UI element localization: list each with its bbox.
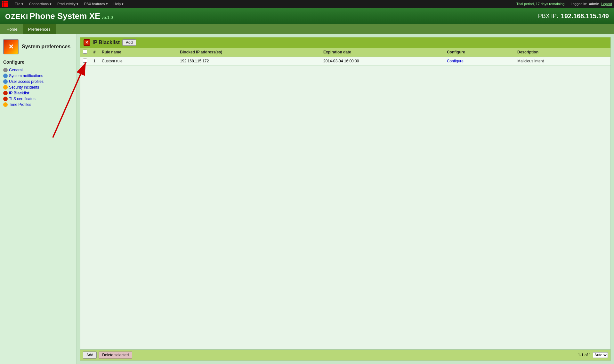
select-all-checkbox[interactable]	[83, 50, 87, 54]
ip-blacklist-panel: ✕ IP Blacklist Add # Rule name Blocked I	[80, 37, 611, 361]
general-icon	[3, 68, 8, 72]
trial-info: Trial period, 17 days remaining.	[516, 2, 566, 6]
nav-preferences[interactable]: Preferences	[23, 24, 56, 34]
per-page-select[interactable]: Auto	[593, 352, 608, 358]
menu-items: File ▾ Connections ▾ Productivity ▾ PBX …	[12, 1, 516, 7]
row-blocked-ip: 192.168.115.172	[177, 57, 321, 66]
panel-header: ✕ IP Blacklist Add	[80, 37, 610, 48]
table-row: 1 Custom rule 192.168.115.172 2014-03-04…	[80, 57, 610, 66]
menu-connections[interactable]: Connections ▾	[27, 1, 54, 7]
logout-link[interactable]: Logout	[601, 2, 612, 6]
col-num: #	[90, 48, 99, 57]
username: admin	[589, 2, 599, 6]
main-layout: ✕ System preferences Configure General S…	[0, 34, 614, 364]
panel-title: IP Blacklist	[93, 40, 120, 45]
col-description: Description	[515, 48, 610, 57]
menu-pbx-features[interactable]: PBX features ▾	[82, 1, 110, 7]
col-rule-name: Rule name	[99, 48, 177, 57]
col-checkbox	[80, 48, 90, 57]
top-menu-bar: File ▾ Connections ▾ Productivity ▾ PBX …	[0, 0, 614, 8]
sidebar-item-ip-blacklist[interactable]: IP Blacklist	[3, 90, 73, 96]
row-num: 1	[90, 57, 99, 66]
pbx-ip-label: PBX IP:	[538, 13, 558, 20]
row-description: Malicious intent	[515, 57, 610, 66]
brand-ozeki: OZEKI	[5, 12, 28, 21]
row-checkbox[interactable]	[83, 59, 87, 63]
content-area: ✕ IP Blacklist Add # Rule name Blocked I	[77, 34, 614, 364]
sidebar-item-security-incidents[interactable]: Security incidents	[3, 84, 73, 90]
col-configure: Configure	[444, 48, 515, 57]
tls-icon	[3, 97, 8, 101]
system-preferences-header: ✕ System preferences	[3, 37, 73, 56]
panel-icon: ✕	[84, 39, 90, 46]
col-blocked-ip: Blocked IP address(es)	[177, 48, 321, 57]
time-profiles-icon	[3, 102, 8, 107]
brand-product: Phone System XE	[29, 11, 100, 21]
table-container: # Rule name Blocked IP address(es) Expir…	[80, 48, 610, 349]
configure-label: Configure	[3, 59, 73, 65]
menu-productivity[interactable]: Productivity ▾	[55, 1, 81, 7]
bottom-buttons: Add Delete selected	[83, 352, 132, 359]
security-incidents-icon	[3, 85, 8, 90]
sidebar-item-time-profiles[interactable]: Time Profiles	[3, 102, 73, 107]
add-button-top[interactable]: Add	[122, 39, 136, 46]
add-button-bottom[interactable]: Add	[83, 352, 97, 359]
pbx-ip-value: 192.168.115.149	[561, 12, 609, 20]
row-rule-name: Custom rule	[99, 57, 177, 66]
row-expiration: 2014-03-04 16:00:00	[321, 57, 444, 66]
pagination-area: 1-1 of 1 Auto	[578, 352, 608, 358]
sidebar-item-system-notifications[interactable]: System notifications	[3, 73, 73, 79]
sidebar-item-tls-certificates[interactable]: TLS certificates	[3, 96, 73, 102]
sidebar-item-general[interactable]: General	[3, 67, 73, 73]
nav-bar: Home Preferences	[0, 24, 614, 34]
row-configure-cell: Configure	[444, 57, 515, 66]
system-preferences-icon: ✕	[3, 39, 19, 54]
delete-selected-button[interactable]: Delete selected	[99, 352, 132, 359]
brand-version: v5.1.0	[101, 15, 113, 20]
bottom-bar: Add Delete selected 1-1 of 1 Auto	[80, 349, 610, 360]
sidebar-item-user-access-profiles[interactable]: User access profiles	[3, 79, 73, 84]
row-checkbox-cell	[80, 57, 90, 66]
sidebar: ✕ System preferences Configure General S…	[0, 34, 77, 364]
brand-bar: OZEKI Phone System XE v5.1.0 PBX IP: 192…	[0, 8, 614, 24]
table-header-row: # Rule name Blocked IP address(es) Expir…	[80, 48, 610, 57]
logged-in-label: Logged in:	[571, 2, 587, 6]
blacklist-table: # Rule name Blocked IP address(es) Expir…	[80, 48, 610, 66]
col-expiration: Expiration date	[321, 48, 444, 57]
pagination-info: 1-1 of 1	[578, 353, 591, 357]
user-access-icon	[3, 79, 8, 84]
nav-home[interactable]: Home	[1, 24, 23, 34]
row-configure-link[interactable]: Configure	[447, 59, 464, 63]
ip-blacklist-icon	[3, 91, 8, 95]
system-preferences-title: System preferences	[22, 44, 70, 50]
menu-help[interactable]: Help ▾	[111, 1, 126, 7]
system-notifications-icon	[3, 74, 8, 78]
app-grid-icon[interactable]	[2, 1, 10, 7]
menu-file[interactable]: File ▾	[12, 1, 26, 7]
